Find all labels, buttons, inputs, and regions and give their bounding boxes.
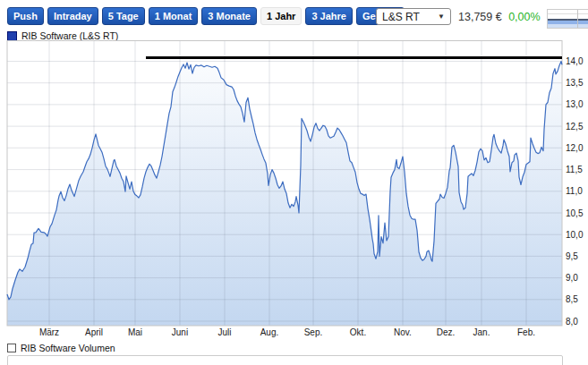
period-button-1-jahr[interactable]: 1 Jahr bbox=[260, 7, 302, 25]
price-series-swatch-icon bbox=[7, 31, 17, 41]
x-axis-label: Jan. bbox=[473, 327, 490, 337]
volume-legend: RIB Software Volumen bbox=[7, 343, 115, 353]
y-axis-label: 9,0 bbox=[566, 273, 578, 283]
mini-chart-preview bbox=[547, 9, 588, 29]
exchange-select[interactable]: L&S RT ▼ bbox=[376, 8, 451, 25]
mini-area-fill-light bbox=[548, 24, 588, 28]
x-axis-label: Sep. bbox=[304, 327, 323, 337]
chevron-down-icon: ▼ bbox=[438, 13, 445, 21]
y-axis-label: 11,0 bbox=[566, 186, 583, 196]
mini-gridline-vertical bbox=[577, 10, 578, 28]
volume-chart-panel bbox=[7, 355, 563, 365]
x-axis-label: Aug. bbox=[260, 327, 279, 337]
y-axis-label: 8,0 bbox=[566, 317, 578, 327]
period-button-3-monate[interactable]: 3 Monate bbox=[201, 7, 257, 25]
x-axis-label: Okt. bbox=[350, 327, 366, 337]
y-axis-label: 13,5 bbox=[566, 78, 584, 88]
period-button-push[interactable]: Push bbox=[7, 7, 44, 25]
period-button-3-jahre[interactable]: 3 Jahre bbox=[305, 7, 353, 25]
x-axis-label: März bbox=[39, 327, 59, 337]
quote-price: 13,759 € bbox=[458, 11, 502, 23]
y-axis-label: 12,0 bbox=[566, 143, 584, 153]
period-button-intraday[interactable]: Intraday bbox=[47, 7, 98, 25]
volume-series-swatch-icon bbox=[7, 344, 16, 352]
x-axis-label: Dez. bbox=[437, 327, 456, 337]
period-toolbar: PushIntraday5 Tage1 Monat3 Monate1 Jahr3… bbox=[7, 7, 405, 25]
x-axis-label: Juli bbox=[217, 327, 231, 337]
exchange-select-value: L&S RT bbox=[382, 11, 420, 23]
x-axis-label: Nov. bbox=[394, 327, 412, 337]
y-axis-label: 10,0 bbox=[566, 230, 584, 240]
price-chart[interactable]: 14,013,513,012,512,011,511,010,510,09,59… bbox=[0, 40, 588, 340]
x-axis-label: Juni bbox=[172, 327, 188, 337]
x-axis-label: April bbox=[85, 327, 103, 337]
x-axis-label: Feb. bbox=[517, 327, 535, 337]
volume-legend-label: RIB Software Volumen bbox=[21, 343, 115, 353]
y-axis-label: 9,5 bbox=[566, 251, 578, 261]
chart-widget: PushIntraday5 Tage1 Monat3 Monate1 Jahr3… bbox=[0, 0, 588, 365]
x-axis-label: Mai bbox=[128, 327, 142, 337]
period-button-5-tage[interactable]: 5 Tage bbox=[102, 7, 145, 25]
mini-gridline bbox=[548, 13, 588, 14]
y-axis-label: 12,5 bbox=[566, 122, 584, 132]
quote-display: 13,759 € 0,00% bbox=[458, 11, 541, 23]
period-button-1-monat[interactable]: 1 Monat bbox=[149, 7, 199, 25]
y-axis-label: 14,0 bbox=[566, 56, 584, 66]
y-axis-label: 13,0 bbox=[566, 99, 584, 109]
y-axis-label: 11,5 bbox=[566, 165, 583, 174]
y-axis-label: 10,5 bbox=[566, 208, 584, 218]
y-axis-label: 8,5 bbox=[566, 294, 578, 304]
quote-change: 0,00% bbox=[508, 11, 540, 23]
